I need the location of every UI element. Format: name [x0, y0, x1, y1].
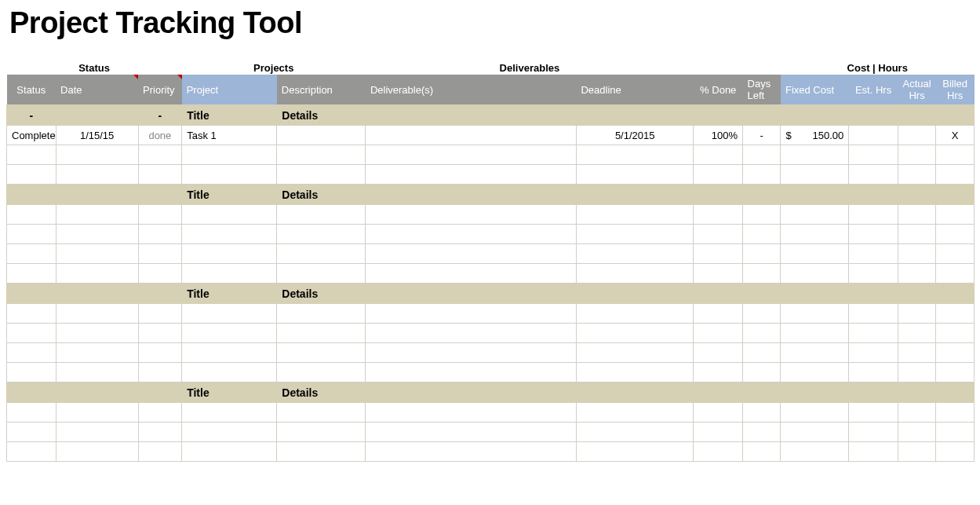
group-deliverables: Deliverables [366, 59, 694, 75]
group-projects: Projects [182, 59, 366, 75]
cell-billed-hrs[interactable]: X [936, 126, 975, 145]
cell-priority[interactable]: done [138, 126, 182, 145]
section-row: Title Details [7, 284, 975, 304]
cell-status[interactable]: Completed [7, 126, 56, 145]
table-row [7, 442, 975, 462]
section-row: - - Title Details [7, 105, 975, 126]
section-status-dash: - [7, 105, 56, 126]
table-row [7, 225, 975, 244]
section-title: Title [182, 185, 277, 205]
section-details: Details [277, 185, 975, 205]
tracking-table: Status Projects Deliverables Cost | Hour… [6, 59, 975, 462]
table-row [7, 403, 975, 423]
cell-actual-hrs[interactable] [898, 126, 935, 145]
section-details: Details [277, 382, 975, 403]
section-row: Title Details [7, 382, 975, 403]
cell-deadline[interactable]: 5/1/2015 [576, 126, 693, 145]
col-fixed-cost[interactable]: Fixed Cost [781, 75, 849, 105]
cell-fixed-cost-val[interactable]: 150.00 [800, 126, 849, 145]
cell-date[interactable]: 1/15/15 [56, 126, 138, 145]
col-project[interactable]: Project [182, 75, 277, 105]
col-days-left[interactable]: Days Left [743, 75, 781, 105]
cell-pct-done[interactable]: 100% [694, 126, 743, 145]
col-billed-hrs[interactable]: Billed Hrs [936, 75, 975, 105]
table-row [7, 304, 975, 324]
col-priority[interactable]: Priority [138, 75, 182, 105]
table-row [7, 165, 975, 185]
cell-est-hrs[interactable] [849, 126, 898, 145]
cell-deliverables[interactable] [366, 126, 577, 145]
table-row [7, 264, 975, 284]
table-row: Completed 1/15/15 done Task 1 5/1/2015 1… [7, 126, 975, 145]
col-est-hrs[interactable]: Est. Hrs [849, 75, 898, 105]
page-title: Project Tracking Tool [9, 6, 980, 40]
table-row [7, 343, 975, 363]
section-details: Details [277, 284, 975, 304]
cell-project[interactable]: Task 1 [182, 126, 277, 145]
section-title: Title [182, 284, 277, 304]
table-row [7, 363, 975, 382]
group-header-row: Status Projects Deliverables Cost | Hour… [7, 59, 975, 75]
col-date[interactable]: Date [56, 75, 138, 105]
col-actual-hrs[interactable]: Actual Hrs [898, 75, 935, 105]
section-priority-dash: - [138, 105, 182, 126]
col-deliverables[interactable]: Deliverable(s) [366, 75, 577, 105]
table-row [7, 423, 975, 442]
cell-days-left[interactable]: - [743, 126, 781, 145]
column-header-row: Status Date Priority Project Description… [7, 75, 975, 105]
col-description[interactable]: Description [277, 75, 366, 105]
table-row [7, 244, 975, 264]
section-details: Details [277, 105, 975, 126]
cell-fixed-cost-sym[interactable]: $ [781, 126, 800, 145]
section-title: Title [182, 382, 277, 403]
col-deadline[interactable]: Deadline [576, 75, 693, 105]
group-cost-hours: Cost | Hours [781, 59, 975, 75]
table-row [7, 145, 975, 165]
group-status: Status [7, 59, 182, 75]
section-row: Title Details [7, 185, 975, 205]
cell-description[interactable] [277, 126, 366, 145]
section-title: Title [182, 105, 277, 126]
col-pct-done[interactable]: % Done [694, 75, 743, 105]
table-row [7, 324, 975, 343]
col-status[interactable]: Status [7, 75, 56, 105]
table-row [7, 205, 975, 225]
